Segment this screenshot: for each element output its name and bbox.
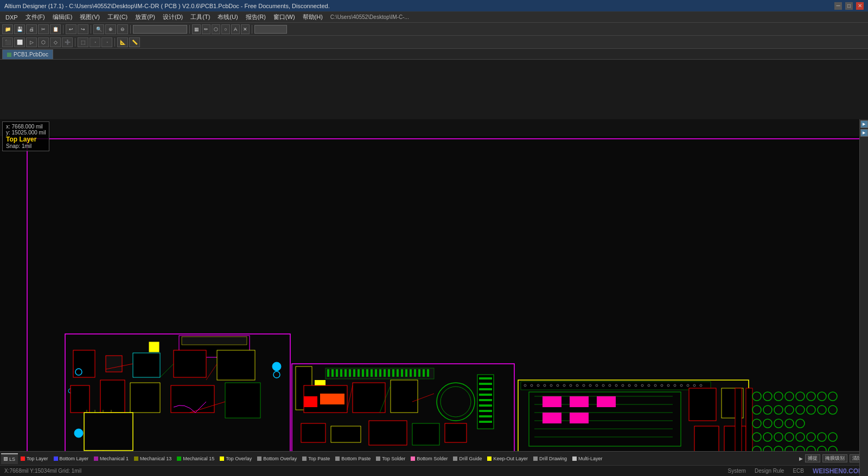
svg-rect-5 [73,350,95,377]
layer-mech13[interactable]: Mechanical 13 [131,453,174,464]
svg-rect-77 [414,369,416,377]
svg-rect-103 [445,423,467,442]
layer-top-solder[interactable]: Top Solder [373,453,408,464]
menu-bar: DXP 文件(F) 编辑(E) 视图(V) 工程(C) 放置(P) 设计(D) … [0,12,868,23]
pcb-doc-tab[interactable]: PCB1.PcbDoc [2,49,53,59]
toolbar-btn-10[interactable]: ⊖ [117,24,128,34]
maximize-button[interactable]: □ [845,2,853,10]
status-ecb: ECB [793,468,804,474]
main-canvas-area[interactable]: x: 7668.000 mil y: 15025.000 mil Top Lay… [0,119,868,476]
layer-drill-drawing[interactable]: Drill Drawing [531,453,570,464]
layer-mech15[interactable]: Mechanical 15 [174,453,217,464]
top-overlay-label: Top Overlay [226,456,252,461]
menu-view[interactable]: 视图(V) [76,12,103,22]
svg-rect-8 [174,350,206,377]
layer-bottom-solder[interactable]: Bottom Solder [408,453,450,464]
layer-mech1[interactable]: Mechanical 1 [91,453,131,464]
svg-rect-4 [182,337,247,345]
layer-top-paste[interactable]: Top Paste [299,453,333,464]
layer-top-overlay[interactable]: Top Overlay [217,453,254,464]
toolbar-btn-14[interactable]: ○ [221,24,230,34]
menu-project[interactable]: 工程(C) [104,12,131,22]
menu-tools[interactable]: 工具(T) [187,12,213,22]
capture-label[interactable]: 捕捉 [805,454,820,462]
pcb-canvas[interactable] [0,119,868,476]
toolbar-btn-16[interactable]: ✕ [241,24,250,34]
toolbar-btn-7[interactable]: ↪ [78,24,88,34]
toolbar-btn-4[interactable]: ✂ [38,24,49,34]
multi-layer-label: Multi-Layer [578,456,603,461]
toolbar-btn-8[interactable]: 🔍 [93,24,104,34]
toolbar-btn-15[interactable]: A [231,24,240,34]
toolbar2-btn-3[interactable]: ▷ [26,37,37,47]
svg-point-30 [272,362,281,371]
svg-rect-80 [427,369,429,377]
drill-guide-label: Drill Guide [459,456,482,461]
toolbar2-btn-6[interactable]: ➕ [62,37,73,47]
all-input[interactable]: (All) [254,25,287,34]
layer-multi[interactable]: Multi-Layer [570,453,605,464]
svg-rect-78 [418,369,420,377]
menu-edit[interactable]: 编辑(E) [49,12,76,22]
layer-top[interactable]: Top Layer [18,453,51,464]
menu-help[interactable]: 帮助(H) [299,12,326,22]
status-design: Design Rule [755,468,784,474]
layer-arrow[interactable]: ▶ [799,456,803,461]
toolbar-btn-6[interactable]: ↩ [66,24,76,34]
status-coords: X:7668mil Y:15034mil Grid: 1mil [4,468,81,474]
not-saved-input[interactable]: (Not Saved) [133,25,187,34]
toolbar2-btn-5[interactable]: ◇ [50,37,61,47]
layer-drill-guide[interactable]: Drill Guide [450,453,484,464]
svg-rect-69 [379,369,381,377]
toolbar2-btn-2[interactable]: ⬜ [14,37,25,47]
top-paste-label: Top Paste [308,456,330,461]
x-coord: x: 7668.000 mil [6,124,46,130]
menu-path[interactable]: C:\Users\40552\Desktop\IM-C-... [327,14,412,21]
svg-rect-98 [479,421,492,423]
menu-design[interactable]: 设计(D) [159,12,186,22]
mech1-label: Mechanical 1 [100,456,129,461]
toolbar-btn-13[interactable]: ⬡ [212,24,220,34]
toolbar-btn-1[interactable]: 📁 [2,24,13,34]
svg-rect-179 [597,396,616,407]
drill-guide-dot [453,456,457,461]
layer-bottom[interactable]: Bottom Layer [51,453,92,464]
menu-place[interactable]: 放置(P) [132,12,158,22]
toolbar-btn-5[interactable]: 📋 [50,24,61,34]
toolbar2-btn-10[interactable]: 📐 [117,37,128,47]
active-layer-name: Top Layer [6,136,46,143]
svg-rect-74 [401,369,403,377]
svg-rect-9 [217,350,255,380]
toolbar-btn-9[interactable]: ⊕ [105,24,116,34]
menu-file[interactable]: 文件(F) [22,12,48,22]
svg-rect-60 [340,369,342,377]
panel-btn-1[interactable]: ▶ [860,120,868,128]
menu-report[interactable]: 报告(R) [242,12,269,22]
menu-window[interactable]: 窗口(W) [270,12,298,22]
toolbar2-btn-8[interactable]: ⬝ [90,37,100,47]
ls-label: LS [9,456,15,462]
layer-ls[interactable]: LS [1,453,18,464]
menu-dxp[interactable]: DXP [2,14,21,21]
menu-route[interactable]: 布线(U) [214,12,241,22]
toolbar-btn-2[interactable]: 💾 [14,24,25,34]
toolbar2-btn-4[interactable]: ⬡ [38,37,49,47]
multi-layer-dot [572,456,577,461]
layer-keepout[interactable]: Keep-Out Layer [484,453,531,464]
close-button[interactable]: ✕ [856,2,864,10]
layer-filter-label[interactable]: 掩膜级别 [822,454,847,462]
svg-rect-97 [479,415,492,417]
toolbar2-btn-1[interactable]: ⬛ [2,37,13,47]
minimize-button[interactable]: ─ [834,2,842,10]
panel-btn-2[interactable]: ▶ [860,129,868,137]
layer-bottom-overlay[interactable]: Bottom Overlay [254,453,299,464]
toolbar-btn-11[interactable]: ▦ [192,24,201,34]
toolbar2-btn-11[interactable]: 📏 [129,37,140,47]
title-bar: Altium Designer (17.1) - C:\Users\40552\… [0,0,868,12]
toolbar-btn-12[interactable]: ✏ [202,24,210,34]
layer-bottom-paste[interactable]: Bottom Paste [333,453,373,464]
toolbar2-btn-7[interactable]: ⬚ [78,37,88,47]
toolbar-btn-3[interactable]: 🖨 [26,24,37,34]
toolbar2-btn-9[interactable]: ⬞ [101,37,112,47]
mech1-dot [94,456,98,461]
